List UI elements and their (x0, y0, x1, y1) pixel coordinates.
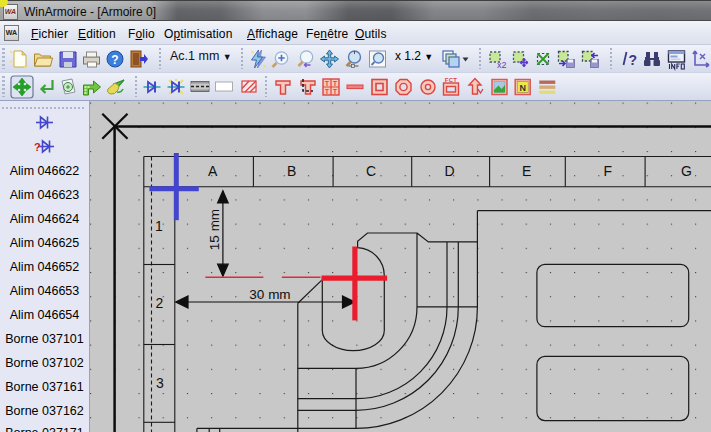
svg-text:?: ? (34, 141, 41, 153)
svg-text:3: 3 (156, 375, 164, 391)
svg-text:x2: x2 (497, 60, 507, 70)
svg-text:B: B (287, 163, 296, 179)
svg-text:1: 1 (155, 218, 163, 234)
svg-text:E: E (522, 163, 531, 179)
svg-text:F: F (604, 163, 613, 179)
svg-text:T: T (325, 80, 329, 87)
svg-text:2: 2 (156, 295, 164, 311)
svg-text:G: G (681, 163, 692, 179)
svg-text:T: T (333, 88, 337, 95)
svg-text:A: A (208, 163, 218, 179)
svg-text:?: ? (111, 53, 118, 67)
svg-text:C: C (366, 163, 376, 179)
svg-text:T: T (325, 88, 329, 95)
svg-text:D: D (445, 163, 455, 179)
svg-text:30 mm: 30 mm (249, 287, 290, 302)
svg-text:N: N (519, 83, 526, 93)
svg-text:?: ? (629, 52, 638, 68)
svg-text:FCT: FCT (445, 77, 458, 83)
svg-text:T: T (333, 80, 337, 87)
svg-text:15 mm: 15 mm (207, 209, 222, 250)
